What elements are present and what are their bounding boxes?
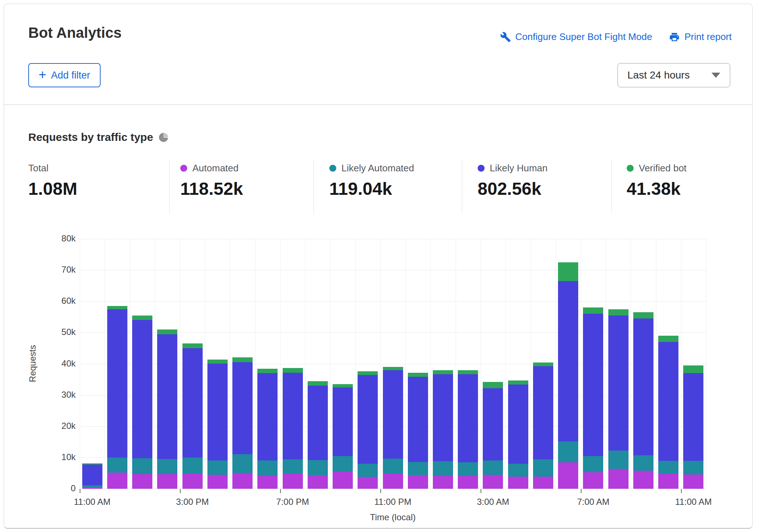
x-axis-tick [380, 489, 381, 493]
x-tick-label: 3:00 AM [460, 497, 526, 507]
y-tick-label: 20k [39, 421, 76, 431]
x-tick-label: 3:00 PM [159, 497, 225, 507]
bar-segment-likely-human [232, 362, 253, 454]
bar-segment-automated [283, 473, 303, 489]
bar-segment-automated [458, 476, 478, 489]
bar-segment-likely-automated [358, 464, 378, 477]
bar-segment-likely-automated [583, 456, 603, 472]
bar-segment-verified-bot [608, 309, 629, 316]
bar-segment-automated [433, 476, 453, 489]
bar-700pm[interactable] [283, 368, 303, 489]
bar-segment-likely-human [157, 334, 177, 459]
bar-segment-likely-automated [633, 455, 653, 471]
bar-segment-verified-bot [633, 312, 653, 318]
bar-200pm[interactable] [157, 329, 177, 489]
bar-100am[interactable] [433, 370, 453, 489]
bar-segment-verified-bot [358, 371, 378, 375]
bar-200am[interactable] [458, 370, 478, 489]
bar-1000am[interactable] [658, 336, 678, 489]
bar-segment-likely-human [107, 309, 127, 458]
bar-900am[interactable] [633, 312, 653, 489]
bar-segment-automated [533, 477, 553, 489]
bar-segment-verified-bot [658, 336, 678, 342]
bar-segment-automated [483, 475, 503, 489]
bar-segment-likely-automated [132, 458, 152, 474]
bar-segment-likely-automated [107, 458, 127, 473]
x-tick-label: 7:00 PM [260, 497, 326, 507]
bar-segment-automated [157, 474, 177, 489]
gridline-vertical [656, 239, 656, 489]
gridline-vertical [681, 239, 681, 489]
gridline-vertical [556, 239, 556, 489]
bar-segment-automated [558, 462, 578, 489]
bar-600am[interactable] [558, 262, 578, 489]
bar-segment-likely-automated [608, 451, 629, 469]
bar-400pm[interactable] [207, 360, 228, 489]
bar-segment-verified-bot [132, 316, 152, 320]
y-tick-label: 30k [39, 390, 76, 400]
gridline-vertical [355, 239, 356, 489]
bar-500pm[interactable] [232, 357, 253, 489]
bar-segment-likely-automated [308, 460, 328, 475]
gridline-vertical [581, 239, 581, 489]
bar-segment-likely-automated [157, 459, 177, 474]
bar-500am[interactable] [533, 362, 553, 489]
gridline-vertical [706, 239, 706, 489]
bar-1100am[interactable] [82, 463, 102, 489]
gridline-vertical [380, 239, 381, 489]
page: { "header": { "title": "Bot Analytics", … [0, 0, 757, 532]
bar-segment-likely-human [408, 377, 428, 462]
x-axis-tick [681, 489, 682, 493]
bar-segment-automated [232, 473, 253, 489]
bar-segment-likely-human [182, 348, 203, 458]
bar-segment-automated [257, 475, 278, 489]
bar-800am[interactable] [608, 309, 629, 489]
bar-segment-verified-bot [157, 329, 177, 334]
bar-100pm[interactable] [132, 316, 152, 489]
y-tick-label: 80k [39, 233, 76, 244]
bar-400am[interactable] [508, 380, 528, 489]
bar-segment-automated [333, 471, 353, 489]
gridline-vertical [606, 239, 606, 489]
bar-1000pm[interactable] [358, 371, 378, 489]
bar-segment-likely-automated [508, 464, 528, 477]
bar-800pm[interactable] [308, 381, 328, 489]
gridline-vertical [430, 239, 431, 489]
bar-600pm[interactable] [257, 369, 278, 489]
bar-segment-automated [308, 475, 328, 489]
bar-1200am[interactable] [408, 373, 428, 489]
bar-segment-automated [207, 475, 228, 489]
bar-300pm[interactable] [182, 343, 203, 489]
bar-segment-automated [633, 471, 653, 489]
bar-900pm[interactable] [333, 384, 353, 489]
gridline-vertical [205, 239, 205, 489]
bar-segment-verified-bot [433, 370, 453, 374]
bar-segment-automated [608, 469, 629, 489]
bar-segment-likely-human [633, 318, 653, 455]
bar-segment-automated [383, 473, 403, 489]
gridline-vertical [180, 239, 180, 489]
gridline-horizontal [80, 239, 706, 239]
gridline-vertical [506, 239, 506, 489]
bar-segment-likely-human [82, 464, 102, 485]
bar-300am[interactable] [483, 382, 503, 489]
bar-segment-likely-automated [383, 459, 403, 473]
x-tick-label: 7:00 AM [560, 497, 626, 507]
bar-segment-likely-human [132, 320, 152, 458]
bar-segment-likely-automated [433, 461, 453, 476]
bar-segment-verified-bot [107, 306, 127, 309]
gridline-horizontal [80, 270, 706, 270]
x-axis-tick [80, 489, 80, 493]
bar-segment-likely-human [283, 373, 303, 459]
bar-segment-likely-human [533, 366, 553, 459]
gridline-vertical [456, 239, 456, 489]
bar-segment-automated [658, 473, 678, 489]
bar-1100am[interactable] [683, 365, 703, 489]
bar-segment-likely-automated [658, 461, 678, 473]
bar-segment-likely-automated [257, 460, 278, 475]
bar-segment-verified-bot [257, 369, 278, 373]
gridline-vertical [405, 239, 406, 489]
bar-1100pm[interactable] [383, 367, 403, 489]
bar-1200pm[interactable] [107, 306, 127, 489]
bar-700am[interactable] [583, 307, 603, 489]
